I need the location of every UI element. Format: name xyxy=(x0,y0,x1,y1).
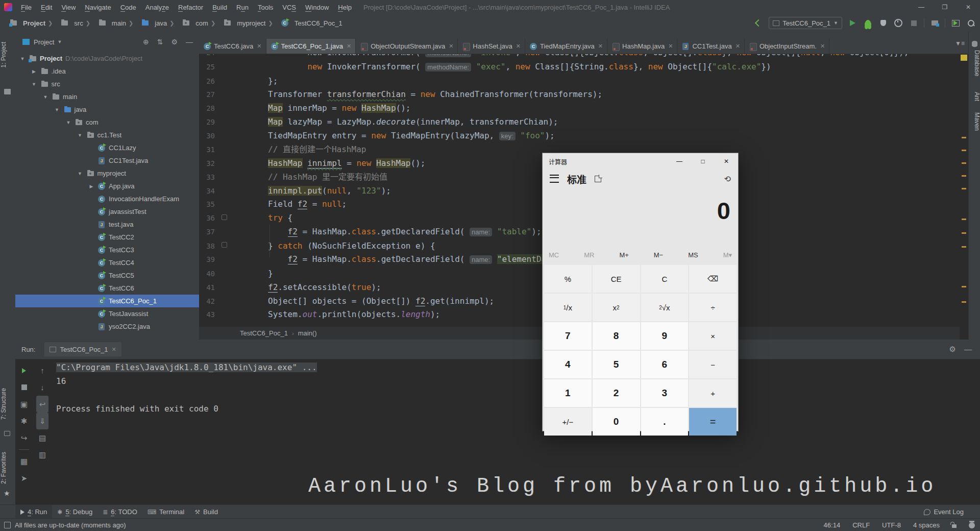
tree-row[interactable]: CTestCC6 xyxy=(15,282,199,295)
tree-row[interactable]: CTestJavassist xyxy=(15,307,199,320)
editor-tab-CC1Test.java[interactable]: JCC1Test.java✕ xyxy=(677,39,745,54)
calc-key-+/−[interactable]: +/− xyxy=(544,408,592,436)
close-icon[interactable]: ✕ xyxy=(516,43,521,50)
calc-key-CE[interactable]: CE xyxy=(593,265,640,293)
sidebar-tab-database[interactable]: Database xyxy=(969,50,980,76)
tree-row[interactable]: CTestCC6_Poc_1 xyxy=(15,295,199,307)
exit-icon[interactable]: ↪ xyxy=(18,429,30,446)
calc-key-%[interactable]: % xyxy=(544,265,592,293)
breadcrumb-class[interactable]: TestCC6_Poc_1 xyxy=(240,329,288,337)
chevron-collapsed-icon[interactable]: ▶ xyxy=(88,184,94,189)
hide-panel-icon[interactable]: — xyxy=(186,38,193,46)
editor-tab-ObjectOutputStream.java[interactable]: ObjectOutputStream.java✕ xyxy=(356,39,458,54)
scroll-to-end-icon[interactable]: ⇓ xyxy=(36,413,48,429)
menu-item-code[interactable]: Code xyxy=(116,4,141,11)
editor-tab-TestCC6_Poc_1.java[interactable]: CTestCC6_Poc_1.java✕ xyxy=(266,39,356,54)
down-stacktrace-icon[interactable]: ↓ xyxy=(36,379,48,396)
chevron-expanded-icon[interactable]: ▼ xyxy=(77,171,83,176)
chevron-expanded-icon[interactable]: ▼ xyxy=(54,107,60,112)
chevron-expanded-icon[interactable]: ▼ xyxy=(77,133,83,138)
pin-tab-icon[interactable]: ➤ xyxy=(18,470,30,487)
calc-key-3[interactable]: 3 xyxy=(641,379,689,407)
restore-layout-icon[interactable]: ▦ xyxy=(18,453,30,470)
event-log-button[interactable]: Event Log xyxy=(924,508,964,516)
close-icon[interactable]: ✕ xyxy=(111,346,116,353)
editor-tab-HashMap.java[interactable]: HashMap.java✕ xyxy=(607,39,677,54)
tree-row[interactable]: CInvocationHandlerExam xyxy=(15,192,199,205)
editor-tab-ObjectInputStream.[interactable]: ObjectInputStream.✕ xyxy=(745,39,829,54)
calc-key-C[interactable]: C xyxy=(641,265,689,293)
calc-key-2[interactable]: 2 xyxy=(593,379,640,407)
ide-status-icon[interactable] xyxy=(969,522,975,528)
debug-button[interactable] xyxy=(863,18,873,28)
tree-row[interactable]: ▼src xyxy=(15,78,199,90)
search-everywhere-button[interactable] xyxy=(966,18,976,28)
menu-item-view[interactable]: View xyxy=(57,4,80,11)
editor-tab-TiedMapEntry.java[interactable]: CTiedMapEntry.java✕ xyxy=(525,39,607,54)
toolwindow-tab-Build[interactable]: ⚒Build xyxy=(189,505,223,519)
settings-gear-icon[interactable]: ⚙ xyxy=(171,38,178,46)
tree-row[interactable]: ▼java xyxy=(15,103,199,116)
history-icon[interactable]: ⟲ xyxy=(724,174,731,184)
calc-key-x²[interactable]: x2 xyxy=(593,294,640,321)
calc-key-×[interactable]: × xyxy=(689,322,737,350)
chevron-expanded-icon[interactable]: ▼ xyxy=(31,82,37,87)
up-stacktrace-icon[interactable]: ↑ xyxy=(36,362,48,379)
clear-console-icon[interactable]: ▥ xyxy=(36,446,48,463)
breadcrumb-item-Project[interactable]: Project xyxy=(6,19,45,27)
memory-button-MS[interactable]: MS xyxy=(688,251,698,259)
close-icon[interactable]: ✕ xyxy=(347,43,351,50)
stop-button[interactable] xyxy=(909,18,919,28)
toolwindow-tab-6: TODO[interactable]: ≣6: TODO xyxy=(97,505,142,519)
menu-item-analyze[interactable]: Analyze xyxy=(141,4,174,11)
memory-button-M+[interactable]: M+ xyxy=(619,251,628,259)
sidebar-tab-project[interactable]: 1: Project xyxy=(0,42,15,68)
chevron-expanded-icon[interactable]: ▼ xyxy=(19,56,26,61)
editor-tab-HashSet.java[interactable]: HashSet.java✕ xyxy=(458,39,525,54)
calc-key-7[interactable]: 7 xyxy=(544,322,592,350)
tree-row[interactable]: ▼ProjectD:\code\JavaCode\Project xyxy=(15,52,199,65)
chevron-expanded-icon[interactable]: ▼ xyxy=(65,120,71,125)
project-structure-icon[interactable] xyxy=(929,18,940,28)
tree-row[interactable]: Jyso2CC2.java xyxy=(15,320,199,333)
structure-tab-icon[interactable] xyxy=(4,431,10,436)
menu-item-run[interactable]: Run xyxy=(232,4,253,11)
close-button[interactable]: ✕ xyxy=(957,0,980,14)
keep-on-top-icon[interactable] xyxy=(595,176,601,182)
calc-key-5[interactable]: 5 xyxy=(593,351,640,378)
chevron-expanded-icon[interactable]: ▼ xyxy=(42,94,48,100)
sidebar-tab-ant[interactable]: Ant xyxy=(969,92,980,101)
hamburger-menu-icon[interactable] xyxy=(550,175,559,183)
project-tab-icon[interactable] xyxy=(4,89,11,94)
close-icon[interactable]: ✕ xyxy=(598,43,603,50)
calculator-window[interactable]: 计算器 —□✕ 标准 ⟲ 0 MCMRM+M−MSM▾ %CEC⌫1/xx22√… xyxy=(542,153,739,431)
toolwindow-tab-5: Debug[interactable]: ✱5: Debug xyxy=(52,505,97,519)
stop-button[interactable] xyxy=(18,379,30,396)
tree-row[interactable]: ▼myproject xyxy=(15,167,199,180)
hide-panel-icon[interactable]: — xyxy=(964,345,972,354)
tree-row[interactable]: CTestCC4 xyxy=(15,256,199,269)
calc-key-6[interactable]: 6 xyxy=(641,351,689,378)
breadcrumb-item-com[interactable]: com xyxy=(179,19,208,27)
toolwindow-tab-Terminal[interactable]: ⌨Terminal xyxy=(142,505,189,519)
error-stripe[interactable] xyxy=(960,32,968,327)
thread-dump-icon[interactable]: ▣ xyxy=(18,396,30,413)
run-console[interactable]: "C:\Program Files\Java\jdk1.8.0_181\bin\… xyxy=(56,360,317,416)
run-toolwindow-icon[interactable] xyxy=(950,18,961,28)
run-tab[interactable]: TestCC6_Poc_1 ✕ xyxy=(44,342,121,356)
memory-button-M−[interactable]: M− xyxy=(654,251,663,259)
line-ending-widget[interactable]: CRLF xyxy=(852,521,870,529)
inspection-status-square[interactable] xyxy=(961,55,967,61)
calc-key-÷[interactable]: ÷ xyxy=(689,294,737,321)
breadcrumb-item-myproject[interactable]: myproject xyxy=(220,19,265,27)
toolwindow-toggle-icon[interactable] xyxy=(4,522,11,528)
calculator-minimize-button[interactable]: — xyxy=(668,153,691,170)
editor-tab-TestCC6.java[interactable]: CTestCC6.java✕ xyxy=(199,39,266,54)
soft-wrap-icon[interactable]: ↩ xyxy=(36,396,48,413)
menu-item-refactor[interactable]: Refactor xyxy=(174,4,208,11)
calc-key-−[interactable]: − xyxy=(689,351,737,378)
tree-row[interactable]: Jtest.java xyxy=(15,218,199,231)
close-icon[interactable]: ✕ xyxy=(449,43,453,50)
collapse-all-icon[interactable]: ⇅ xyxy=(157,38,163,46)
fold-marker[interactable] xyxy=(222,242,227,248)
